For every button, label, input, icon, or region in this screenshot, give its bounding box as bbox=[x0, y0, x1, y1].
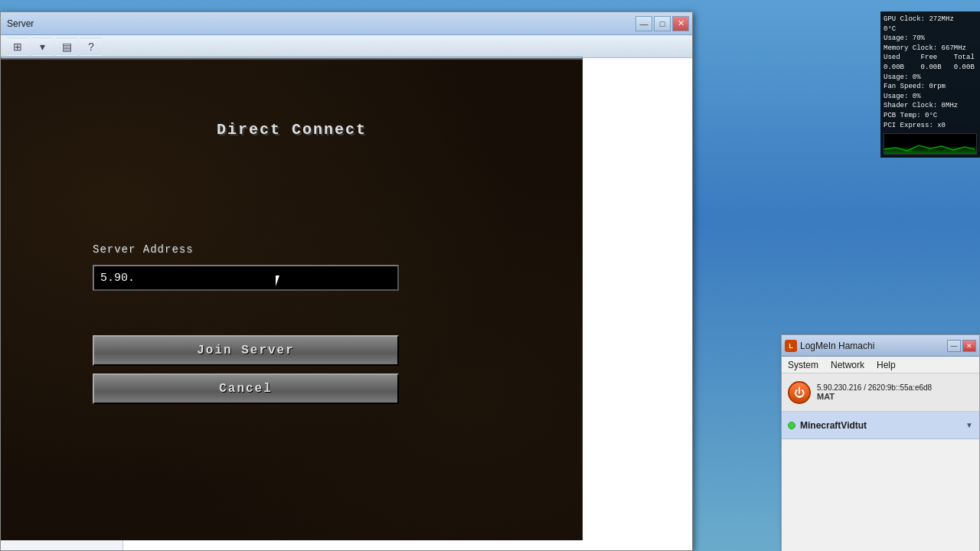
join-server-button[interactable]: Join Server bbox=[93, 335, 399, 366]
hamachi-username: MAT bbox=[817, 392, 973, 401]
hamachi-menu-help[interactable]: Help bbox=[874, 358, 899, 372]
explorer-minimize-button[interactable]: — bbox=[635, 16, 652, 31]
hamachi-close-button[interactable]: ✕ bbox=[962, 340, 976, 352]
gpu-fan-usage: Usage: 0% bbox=[884, 92, 977, 102]
hamachi-menu-network[interactable]: Network bbox=[828, 358, 867, 372]
hamachi-profile-info: 5.90.230.216 / 2620:9b::55a:e6d8 MAT bbox=[817, 383, 973, 401]
explorer-maximize-button[interactable]: □ bbox=[654, 16, 671, 31]
explorer-window-title: Server bbox=[4, 18, 34, 29]
hamachi-titlebar: L LogMeIn Hamachi — ✕ bbox=[782, 335, 979, 357]
hamachi-ip-address: 5.90.230.216 / 2620:9b::55a:e6d8 bbox=[817, 383, 973, 392]
layout-icon[interactable]: ▤ bbox=[56, 37, 77, 56]
toolbar-separator: ▾ bbox=[31, 37, 53, 56]
hamachi-window-controls: — ✕ bbox=[947, 340, 976, 352]
explorer-window: Server — □ ✕ ⊞ ▾ ▤ ? Server — □ ✕ bbox=[0, 11, 693, 551]
desktop: GPU Clock: 272MHz 0°C Usage: 70% Memory … bbox=[0, 0, 980, 551]
dialog-title: Direct Connect bbox=[217, 121, 367, 139]
hamachi-minimize-button[interactable]: — bbox=[947, 340, 961, 352]
hamachi-title-left: L LogMeIn Hamachi bbox=[785, 340, 874, 352]
explorer-close-button[interactable]: ✕ bbox=[672, 16, 689, 31]
gpu-mem-values: 0.00B 0.00B 0.00B bbox=[884, 63, 977, 73]
gpu-overlay: GPU Clock: 272MHz 0°C Usage: 70% Memory … bbox=[880, 11, 980, 158]
hamachi-expand-icon: ▼ bbox=[965, 421, 973, 429]
hamachi-window: L LogMeIn Hamachi — ✕ System Network Hel… bbox=[781, 334, 980, 551]
gpu-chart bbox=[884, 133, 977, 155]
minecraft-dialog-background: Direct Connect Server Address Join Serve… bbox=[1, 60, 583, 540]
explorer-titlebar: Server — □ ✕ bbox=[1, 12, 692, 35]
gpu-clock-line: GPU Clock: 272MHz 0°C bbox=[884, 15, 977, 34]
server-address-label: Server Address bbox=[93, 243, 194, 256]
hamachi-profile-section: ⏻ 5.90.230.216 / 2620:9b::55a:e6d8 MAT bbox=[782, 373, 979, 412]
gpu-mem-usage: Usage: 0% bbox=[884, 73, 977, 83]
gpu-mem-clock-line: Memory Clock: 667MHz bbox=[884, 44, 977, 54]
explorer-window-controls: — □ ✕ bbox=[635, 16, 689, 31]
hamachi-power-button[interactable]: ⏻ bbox=[788, 381, 811, 404]
gpu-fan-speed: Fan Speed: 0rpm bbox=[884, 82, 977, 92]
explorer-toolbar: ⊞ ▾ ▤ ? bbox=[1, 35, 692, 58]
hamachi-logo-icon: L bbox=[785, 340, 797, 352]
gpu-pcb-temp: PCB Temp: 0°C bbox=[884, 111, 977, 121]
hamachi-window-title: LogMeIn Hamachi bbox=[800, 341, 874, 351]
help-icon[interactable]: ? bbox=[80, 37, 102, 56]
gpu-mem-header: Used Free Total bbox=[884, 53, 977, 63]
cancel-button[interactable]: Cancel bbox=[93, 373, 399, 404]
hamachi-menubar: System Network Help bbox=[782, 357, 979, 373]
minecraft-dialog: Direct Connect Server Address Join Serve… bbox=[1, 58, 583, 540]
gpu-usage-line: Usage: 70% bbox=[884, 34, 977, 44]
hamachi-menu-system[interactable]: System bbox=[785, 358, 822, 372]
hamachi-network-name: MinecraftVidtut bbox=[800, 420, 867, 431]
hamachi-online-indicator bbox=[788, 422, 795, 429]
server-address-input[interactable] bbox=[93, 265, 399, 291]
gpu-shader-clock: Shader Clock: 0MHz bbox=[884, 101, 977, 111]
gpu-pci: PCI Express: x0 bbox=[884, 121, 977, 131]
hamachi-network-left: MinecraftVidtut bbox=[788, 420, 867, 431]
hamachi-network-row[interactable]: MinecraftVidtut ▼ bbox=[782, 412, 979, 439]
views-icon[interactable]: ⊞ bbox=[7, 37, 28, 56]
